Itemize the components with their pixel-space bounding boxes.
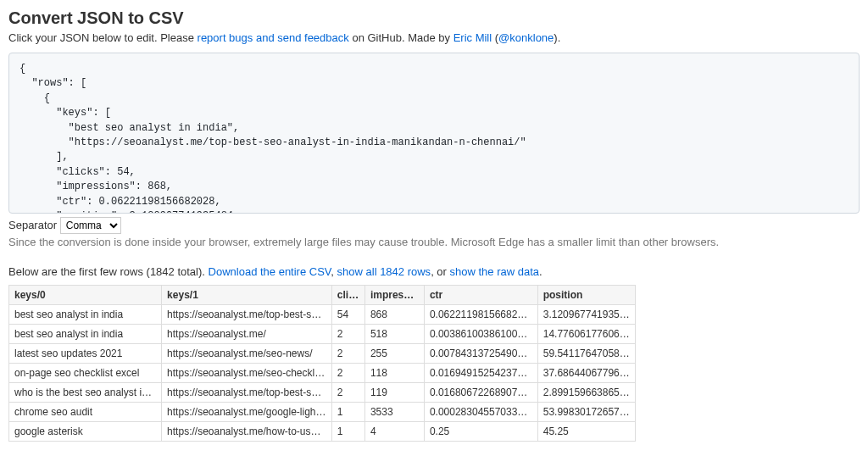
table-cell: 3533 — [364, 403, 424, 422]
table-cell: 3.120967741935484 — [537, 305, 635, 325]
table-cell: 0.003861003861003861 — [424, 325, 537, 344]
table-cell: 14.776061776061775 — [537, 325, 635, 344]
column-header: ctr — [424, 286, 537, 305]
table-cell: best seo analyst in india — [9, 305, 162, 325]
table-row: best seo analyst in indiahttps://seoanal… — [9, 305, 636, 325]
table-cell: 1 — [331, 403, 364, 422]
author-link[interactable]: Eric Mill — [453, 31, 492, 44]
separator-select[interactable]: Comma — [60, 217, 121, 234]
table-cell: https://seoanalyst.me/how-to-use-re… — [162, 422, 332, 442]
table-cell: 0.01680672268907563 — [424, 383, 537, 403]
table-cell: latest seo updates 2021 — [9, 344, 162, 364]
table-header-row: keys/0 keys/1 clicks impressions ctr pos… — [9, 286, 636, 305]
table-cell: 37.686440677966104 — [537, 364, 635, 383]
rows-caption-text: Below are the first few rows (1842 total… — [8, 265, 209, 278]
download-csv-link[interactable]: Download the entire CSV — [209, 265, 331, 278]
json-editor[interactable]: { "rows": [ { "keys": [ "best seo analys… — [8, 53, 860, 214]
table-cell: 2 — [331, 364, 364, 383]
table-cell: 4 — [364, 422, 424, 442]
csv-preview-table: keys/0 keys/1 clicks impressions ctr pos… — [8, 285, 636, 442]
table-cell: https://seoanalyst.me/top-best-seo-a… — [162, 305, 332, 325]
table-cell: 45.25 — [537, 422, 635, 442]
separator-label: Separator — [8, 219, 57, 231]
page-subtitle: Click your JSON below to edit. Please re… — [8, 31, 860, 44]
table-row: who is the best seo analyst in indiahttp… — [9, 383, 636, 403]
table-cell: 0.01694915254237288 — [424, 364, 537, 383]
table-cell: 868 — [364, 305, 424, 325]
table-row: on-page seo checklist excelhttps://seoan… — [9, 364, 636, 383]
table-cell: 119 — [364, 383, 424, 403]
table-cell: 59.54117647058823 — [537, 344, 635, 364]
table-cell: google asterisk — [9, 422, 162, 442]
column-header: impressions — [364, 286, 424, 305]
table-cell: 2.899159663865546 — [537, 383, 635, 403]
rows-caption: Below are the first few rows (1842 total… — [8, 265, 860, 278]
table-cell: 53.99830172657798 — [537, 403, 635, 422]
table-cell: 2 — [331, 325, 364, 344]
column-header: position — [537, 286, 635, 305]
subtitle-text: ). — [554, 31, 560, 44]
subtitle-text: Click your JSON below to edit. Please — [8, 31, 198, 44]
table-cell: https://seoanalyst.me/ — [162, 325, 332, 344]
table-cell: 2 — [331, 344, 364, 364]
table-cell: 0.00784313725490196 — [424, 344, 537, 364]
table-row: chrome seo audithttps://seoanalyst.me/go… — [9, 403, 636, 422]
table-cell: on-page seo checklist excel — [9, 364, 162, 383]
column-header: clicks — [331, 286, 364, 305]
disclaimer-text: Since the conversion is done inside your… — [8, 236, 860, 248]
table-row: google asteriskhttps://seoanalyst.me/how… — [9, 422, 636, 442]
table-cell: https://seoanalyst.me/google-lightho… — [162, 403, 332, 422]
table-row: best seo analyst in indiahttps://seoanal… — [9, 325, 636, 344]
table-cell: 0.06221198156682028 — [424, 305, 537, 325]
table-cell: 2 — [331, 383, 364, 403]
table-cell: 54 — [331, 305, 364, 325]
table-row: latest seo updates 2021https://seoanalys… — [9, 344, 636, 364]
table-cell: 118 — [364, 364, 424, 383]
table-cell: 0.0002830455703368242 — [424, 403, 537, 422]
table-cell: 1 — [331, 422, 364, 442]
table-cell: chrome seo audit — [9, 403, 162, 422]
column-header: keys/1 — [162, 286, 332, 305]
column-header: keys/0 — [9, 286, 162, 305]
show-raw-data-link[interactable]: show the raw data — [450, 265, 540, 278]
rows-caption-text: , — [331, 265, 337, 278]
show-all-rows-link[interactable]: show all 1842 rows — [337, 265, 431, 278]
page-title: Convert JSON to CSV — [8, 8, 860, 28]
handle-link[interactable]: @konklone — [498, 31, 554, 44]
subtitle-text: ( — [492, 31, 498, 44]
subtitle-text: on GitHub. Made by — [349, 31, 453, 44]
table-cell: 255 — [364, 344, 424, 364]
table-cell: https://seoanalyst.me/top-best-seo-a… — [162, 383, 332, 403]
separator-row: Separator Comma — [8, 217, 860, 234]
table-cell: https://seoanalyst.me/seo-checklist-… — [162, 364, 332, 383]
table-cell: who is the best seo analyst in india — [9, 383, 162, 403]
table-cell: 0.25 — [424, 422, 537, 442]
report-bugs-link[interactable]: report bugs and send feedback — [198, 31, 349, 44]
rows-caption-text: . — [539, 265, 542, 278]
table-cell: 518 — [364, 325, 424, 344]
table-cell: https://seoanalyst.me/seo-news/ — [162, 344, 332, 364]
table-cell: best seo analyst in india — [9, 325, 162, 344]
rows-caption-text: , or — [431, 265, 449, 278]
